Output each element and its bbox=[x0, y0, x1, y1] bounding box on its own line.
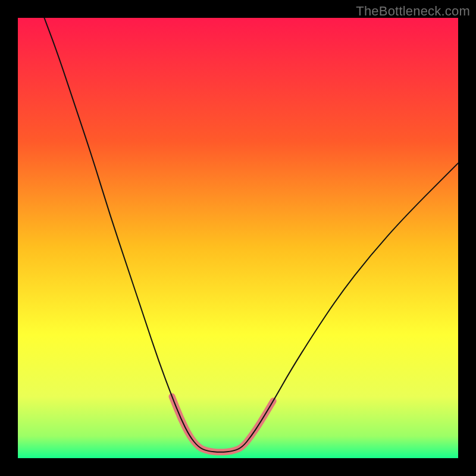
gradient-background bbox=[18, 18, 458, 458]
chart-frame: TheBottleneck.com bbox=[0, 0, 476, 476]
plot-area bbox=[18, 18, 458, 458]
watermark-text: TheBottleneck.com bbox=[356, 4, 470, 19]
chart-svg bbox=[18, 18, 458, 458]
